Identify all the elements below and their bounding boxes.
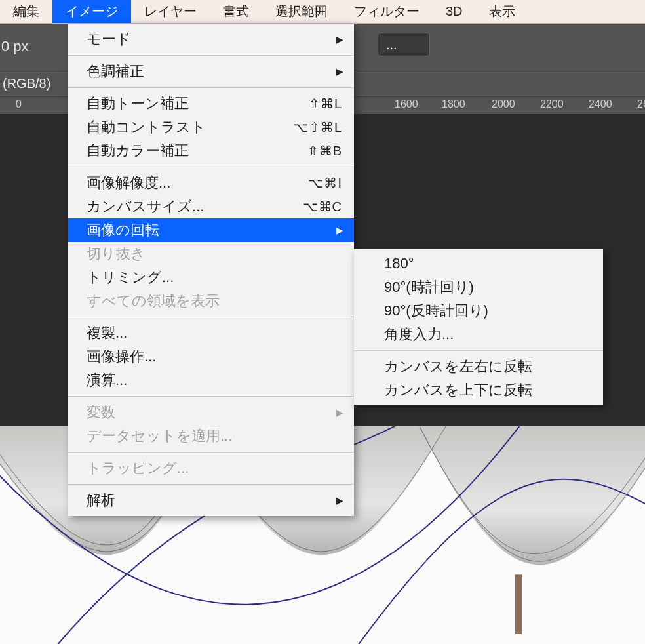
menuitem-label: 自動コントラスト	[87, 117, 293, 137]
menuitem-variables: 変数	[68, 401, 354, 424]
menuitem-image-size[interactable]: 画像解像度...⌥⌘I	[68, 171, 354, 195]
menuitem-label: モード	[87, 30, 342, 49]
menuitem-label: 切り抜き	[87, 244, 342, 264]
ruler-tick: 0	[16, 98, 22, 110]
ruler-tick: 2400	[589, 98, 612, 110]
ruler-tick: 2600	[637, 98, 645, 110]
menuitem-canvas-size[interactable]: カンバスサイズ...⌥⌘C	[68, 195, 354, 218]
menuitem-label: トラッピング...	[87, 458, 342, 478]
submenu-label: 180°	[384, 255, 414, 272]
image-rotation-submenu[interactable]: 180° 90°(時計回り) 90°(反時計回り) 角度入力... カンバスを左…	[354, 249, 603, 405]
menu-filter[interactable]: フィルター	[341, 0, 433, 23]
menu-layer[interactable]: レイヤー	[131, 0, 210, 23]
svg-rect-0	[515, 574, 522, 634]
submenu-label: カンバスを左右に反転	[384, 357, 532, 376]
shortcut-label: ⇧⌘B	[307, 143, 342, 159]
submenu-arbitrary[interactable]: 角度入力...	[354, 323, 603, 346]
menu-type[interactable]: 書式	[210, 0, 262, 23]
options-px-label: 0 px	[0, 38, 29, 55]
options-dropdown-stub[interactable]: ...	[378, 33, 430, 56]
menu-label: 書式	[223, 3, 249, 20]
ruler-tick: 1800	[442, 98, 465, 110]
menuitem-apply-dataset: データセットを適用...	[68, 424, 354, 448]
menuitem-label: 自動トーン補正	[87, 94, 309, 113]
menuitem-calculations[interactable]: 演算...	[68, 369, 354, 392]
menuitem-auto-tone[interactable]: 自動トーン補正⇧⌘L	[68, 92, 354, 115]
menuitem-auto-color[interactable]: 自動カラー補正⇧⌘B	[68, 139, 354, 163]
menu-label: 編集	[13, 3, 39, 20]
menuitem-label: トリミング...	[87, 268, 342, 287]
submenu-label: カンバスを上下に反転	[384, 380, 532, 400]
menuitem-label: 演算...	[87, 371, 342, 390]
menuitem-label: すべての領域を表示	[87, 291, 342, 311]
menuitem-label: カンバスサイズ...	[87, 197, 303, 216]
menuitem-analysis[interactable]: 解析	[68, 489, 354, 512]
menuitem-label: 解析	[87, 491, 342, 510]
submenu-flip-horizontal[interactable]: カンバスを左右に反転	[354, 355, 603, 378]
submenu-180[interactable]: 180°	[354, 252, 603, 275]
menu-label: 表示	[489, 3, 515, 20]
menu-edit[interactable]: 編集	[0, 0, 52, 23]
menuitem-label: 画像解像度...	[87, 173, 308, 193]
menuitem-duplicate[interactable]: 複製...	[68, 321, 354, 345]
menuitem-label: 画像操作...	[87, 347, 342, 367]
submenu-label: 90°(時計回り)	[384, 277, 474, 297]
ruler-tick: 1600	[395, 98, 418, 110]
menuitem-trim[interactable]: トリミング...	[68, 266, 354, 289]
menuitem-label: データセットを適用...	[87, 426, 342, 446]
menu-select[interactable]: 選択範囲	[262, 0, 341, 23]
menu-label: レイヤー	[144, 3, 197, 20]
menuitem-reveal-all: すべての領域を表示	[68, 289, 354, 313]
submenu-separator	[354, 350, 603, 351]
submenu-90cw[interactable]: 90°(時計回り)	[354, 275, 603, 299]
submenu-90ccw[interactable]: 90°(反時計回り)	[354, 299, 603, 323]
options-dropdown-ellipsis: ...	[386, 37, 397, 52]
menu-label: イメージ	[66, 3, 118, 20]
submenu-label: 90°(反時計回り)	[384, 301, 488, 321]
menuitem-label: 複製...	[87, 323, 342, 343]
shortcut-label: ⇧⌘L	[309, 96, 342, 111]
menuitem-mode[interactable]: モード	[68, 28, 354, 51]
shortcut-label: ⌥⌘I	[308, 175, 342, 191]
menu-label: 3D	[446, 4, 463, 19]
menu-image[interactable]: イメージ	[52, 0, 131, 23]
menuitem-image-rotation[interactable]: 画像の回転	[68, 218, 354, 242]
menubar: 編集 イメージ レイヤー 書式 選択範囲 フィルター 3D 表示	[0, 0, 645, 24]
menuitem-auto-contrast[interactable]: 自動コントラスト⌥⇧⌘L	[68, 115, 354, 139]
menuitem-adjustments[interactable]: 色調補正	[68, 60, 354, 83]
shortcut-label: ⌥⌘C	[303, 199, 342, 214]
submenu-label: 角度入力...	[384, 325, 454, 344]
document-mode-label: (RGB/8)	[3, 76, 50, 91]
menu-view[interactable]: 表示	[476, 0, 528, 23]
menuitem-crop: 切り抜き	[68, 242, 354, 266]
ruler-tick: 2000	[492, 98, 515, 110]
submenu-flip-vertical[interactable]: カンバスを上下に反転	[354, 378, 603, 402]
document-tab[interactable]: (RGB/8)	[0, 70, 66, 96]
ruler-tick: 2200	[540, 98, 564, 110]
menuitem-label: 自動カラー補正	[87, 141, 307, 161]
menuitem-apply-image[interactable]: 画像操作...	[68, 345, 354, 369]
menuitem-label: 色調補正	[87, 62, 342, 81]
image-menu-dropdown[interactable]: モード 色調補正 自動トーン補正⇧⌘L 自動コントラスト⌥⇧⌘L 自動カラー補正…	[68, 24, 354, 516]
menuitem-trap: トラッピング...	[68, 456, 354, 480]
menuitem-label: 変数	[87, 403, 342, 422]
shortcut-label: ⌥⇧⌘L	[293, 119, 342, 135]
menu-label: フィルター	[354, 3, 420, 20]
menu-3d[interactable]: 3D	[433, 0, 476, 23]
menu-label: 選択範囲	[275, 3, 328, 20]
menuitem-label: 画像の回転	[87, 220, 342, 240]
